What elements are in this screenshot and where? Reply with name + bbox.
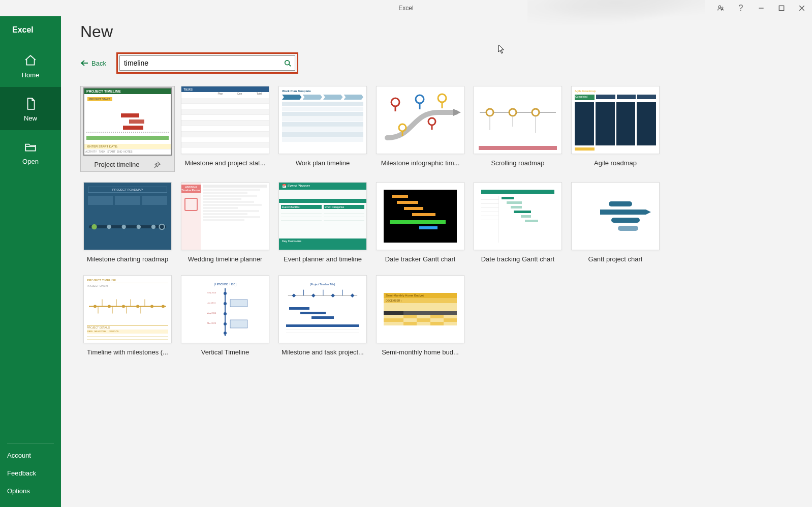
template-grid: PROJECT TIMELINE PROJECT START ENTER STA…	[80, 86, 793, 358]
template-thumb: [Timeline Title] Sep 2010Jun 2011Aug 201…	[181, 275, 269, 343]
svg-rect-21	[479, 146, 557, 150]
template-thumb: Agile Roadmap Completed	[571, 86, 660, 154]
main-area: New Back PROJECT TIMELINE	[61, 16, 812, 507]
svg-rect-56	[230, 320, 247, 328]
svg-point-10	[416, 95, 424, 103]
new-doc-icon	[24, 97, 37, 110]
template-label: Milestone infographic tim...	[381, 159, 460, 167]
minimize-icon[interactable]	[751, 0, 771, 16]
template-milestone-status[interactable]: Tasks PlanDueTotal Milestone and	[178, 86, 272, 172]
template-work-plan-timeline[interactable]: Work Plan Template	[275, 86, 370, 172]
template-thumb: Work Plan Template	[278, 86, 367, 154]
template-milestone-task-project[interactable]: [Project Timeline Title]	[275, 275, 370, 358]
template-label: Project timeline	[95, 161, 140, 168]
svg-point-25	[122, 225, 126, 229]
search-button[interactable]	[280, 56, 295, 70]
search-box-highlight	[116, 52, 298, 74]
svg-text:Aug 2014: Aug 2014	[207, 312, 216, 314]
nav-open[interactable]: Open	[0, 130, 61, 173]
svg-point-11	[438, 94, 446, 102]
svg-marker-59	[311, 293, 316, 297]
svg-rect-55	[230, 300, 247, 307]
svg-point-9	[391, 98, 399, 106]
svg-rect-3	[779, 6, 784, 10]
window-controls: ?	[710, 0, 812, 16]
template-label: Agile roadmap	[594, 159, 637, 167]
close-icon[interactable]	[792, 0, 812, 16]
nav-home[interactable]: Home	[0, 44, 61, 87]
template-label: Milestone and task project...	[282, 348, 364, 356]
profile-icon[interactable]	[710, 0, 731, 16]
pin-icon[interactable]	[153, 161, 161, 168]
nav-new-label: New	[24, 114, 37, 122]
svg-marker-58	[292, 293, 296, 297]
template-wedding-timeline-planner[interactable]: WEDDING Timeline Planner	[178, 182, 272, 265]
template-thumb: Semi-Monthly Home Budget DECEMBER ›	[376, 275, 464, 343]
template-date-tracking-gantt[interactable]: Date tracking Gantt chart	[471, 182, 565, 265]
template-thumb	[376, 86, 464, 154]
svg-point-0	[719, 6, 721, 8]
help-icon[interactable]: ?	[731, 0, 751, 16]
template-date-tracker-gantt[interactable]: Date tracker Gantt chart	[373, 182, 467, 265]
template-label: Scrolling roadmap	[491, 159, 545, 167]
template-thumb: WEDDING Timeline Planner	[181, 182, 269, 250]
svg-point-15	[486, 109, 493, 116]
folder-open-icon	[24, 140, 37, 154]
template-thumb	[571, 182, 660, 250]
template-semi-monthly-budget[interactable]: Semi-Monthly Home Budget DECEMBER › Semi…	[373, 275, 467, 358]
template-event-planner-timeline[interactable]: 📅 Event Planner Event Checklist Event Ca…	[275, 182, 370, 265]
svg-text:[Timeline Title]: [Timeline Title]	[214, 282, 237, 286]
template-label: Semi-monthly home bud...	[382, 348, 459, 356]
svg-point-49	[224, 322, 227, 325]
template-thumb	[474, 86, 562, 154]
template-thumb	[474, 182, 562, 250]
svg-point-6	[285, 61, 290, 65]
page-heading: New	[80, 22, 793, 41]
svg-point-23	[91, 224, 97, 229]
maximize-icon[interactable]	[771, 0, 792, 16]
svg-line-7	[289, 65, 291, 67]
template-project-timeline[interactable]: PROJECT TIMELINE PROJECT START ENTER STA…	[80, 86, 175, 172]
link-account[interactable]: Account	[7, 446, 54, 464]
template-vertical-timeline[interactable]: [Timeline Title] Sep 2010Jun 2011Aug 201…	[178, 275, 272, 358]
svg-point-24	[107, 225, 111, 229]
back-link[interactable]: Back	[80, 59, 106, 67]
template-label: Vertical Timeline	[201, 348, 249, 356]
svg-marker-8	[453, 109, 461, 116]
template-scrolling-roadmap[interactable]: Scrolling roadmap	[471, 86, 565, 172]
template-thumb: [Project Timeline Title]	[278, 275, 367, 343]
search-input[interactable]	[120, 59, 280, 67]
svg-marker-60	[331, 293, 335, 297]
template-label: Timeline with milestones (...	[87, 348, 168, 356]
template-milestone-charting-roadmap[interactable]: PROJECT ROADMAP Milestone charting roadm…	[80, 182, 175, 265]
svg-text:Jun 2011: Jun 2011	[207, 302, 216, 304]
template-thumb	[376, 182, 464, 250]
titlebar: Excel ?	[0, 0, 812, 16]
svg-point-28	[159, 224, 164, 229]
link-feedback[interactable]: Feedback	[7, 464, 54, 482]
template-timeline-milestones[interactable]: PROJECT TIMELINE PROJECT CHART PROJECT D…	[80, 275, 175, 358]
search-icon	[284, 59, 291, 67]
template-agile-roadmap[interactable]: Agile Roadmap Completed	[568, 86, 663, 172]
template-label: Milestone and project stat...	[185, 159, 266, 167]
svg-point-12	[399, 124, 406, 131]
sidebar-brand: Excel	[0, 16, 61, 44]
template-label: Event planner and timeline	[284, 255, 362, 263]
nav-open-label: Open	[22, 158, 39, 165]
svg-point-34	[150, 305, 153, 308]
back-arrow-icon	[80, 59, 88, 67]
sidebar: Excel Home New Open Account Feedback Opt…	[0, 16, 61, 507]
nav-new[interactable]: New	[0, 87, 61, 130]
template-label: Date tracking Gantt chart	[481, 255, 555, 263]
template-milestone-infographic[interactable]: Milestone infographic tim...	[373, 86, 467, 172]
template-gantt-project-chart[interactable]: Gantt project chart	[568, 182, 663, 265]
svg-point-26	[137, 225, 141, 229]
template-label: Wedding timeline planner	[188, 255, 262, 263]
template-thumb: 📅 Event Planner Event Checklist Event Ca…	[278, 182, 367, 250]
svg-point-13	[428, 118, 435, 125]
link-options[interactable]: Options	[7, 482, 54, 500]
sidebar-bottom-links: Account Feedback Options	[7, 443, 54, 500]
svg-point-46	[224, 292, 227, 295]
nav-home-label: Home	[22, 71, 40, 79]
template-thumb: PROJECT ROADMAP	[83, 182, 172, 250]
